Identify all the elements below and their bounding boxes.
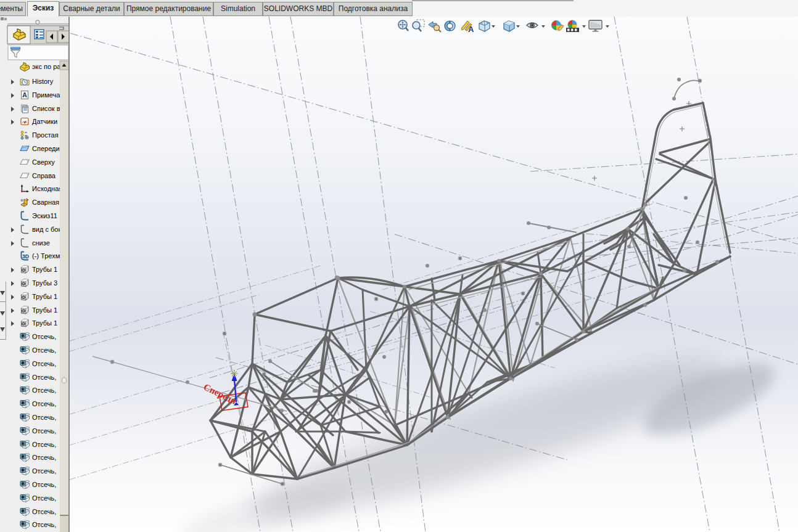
svg-text:A: A (468, 25, 474, 34)
